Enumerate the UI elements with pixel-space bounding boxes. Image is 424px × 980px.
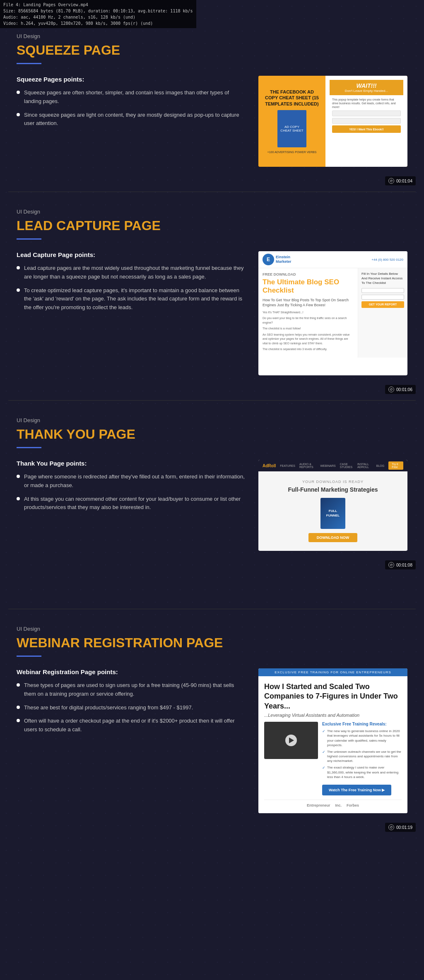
thankyou-title-underline	[17, 447, 41, 448]
bullet-dot	[17, 475, 20, 478]
einstein-icon: E	[263, 254, 274, 265]
lead-phone: +44 (0) 800 520 0120	[371, 258, 403, 262]
thankyou-book-cover: FULL FUNNEL	[320, 498, 345, 529]
file-info-line1: File 4: Landing Pages Overview.mp4	[3, 2, 193, 8]
lead-bullet-2: To create optimized lead capture pages, …	[17, 286, 246, 312]
lead-ui-label: UI Design	[17, 209, 407, 215]
lead-page-subtitle: How To Get Your Blog Posts To Top Spot O…	[263, 298, 354, 308]
webinar-brand-logos: Entrepreneur Inc. Forbes	[264, 800, 402, 807]
play-triangle-icon	[289, 737, 294, 743]
webinar-timer: ⏱ 00:01:19	[385, 823, 416, 832]
lead-email-input[interactable]	[361, 295, 404, 300]
thankyou-nav-logo: AdRoll	[263, 464, 276, 468]
lead-body: FREE DOWNLOAD The Ultimate Blog SEO Chec…	[258, 268, 407, 358]
squeeze-book-cover: AD COPY CHEAT SHEET	[277, 110, 306, 147]
squeeze-title: SQUEEZE PAGE	[17, 43, 407, 58]
squeeze-left-panel: THE FACEBOOK AD COPY CHEAT SHEET (15 TEM…	[258, 76, 325, 167]
squeeze-content: Squeeze Pages points: Squeeze pages are …	[17, 76, 407, 167]
webinar-reveals-title: Exclusive Free Training Reveals:	[322, 722, 402, 726]
squeeze-ui-label: UI Design	[17, 33, 407, 39]
file-info-line3: Audio: aac, 44100 Hz, 2 channels, s16, 1…	[3, 14, 193, 20]
webinar-main-title: How I Started and Scaled Two Companies t…	[264, 682, 402, 711]
webinar-text-column: Webinar Registration Page points: These …	[17, 668, 246, 739]
thankyou-image-column: AdRoll FEATURES AUDIO & REPORTS WEBINARS…	[258, 460, 407, 551]
thankyou-nav-cta[interactable]: Try it Free	[388, 461, 403, 470]
webinar-bullet-2: These are best for digital products/serv…	[17, 704, 246, 712]
webinar-logo-forbes: Forbes	[347, 803, 359, 807]
webinar-right-column: Exclusive Free Training Reveals: ✓ The n…	[322, 722, 402, 795]
bullet-dot	[17, 719, 20, 722]
webinar-cta-button[interactable]: Watch The Free Training Now ▶	[322, 785, 391, 795]
lead-para2: Do you want your blog to be the first th…	[263, 316, 354, 325]
timer-icon: ⏱	[388, 178, 394, 184]
thankyou-timer: ⏱ 00:01:08	[385, 560, 416, 569]
lead-name-input[interactable]	[361, 288, 404, 293]
bullet-dot	[17, 683, 20, 687]
webinar-play-button[interactable]	[285, 735, 297, 746]
lead-mockup: E EinsteinMarketer +44 (0) 800 520 0120 …	[258, 251, 407, 375]
lead-submit-btn[interactable]: GET YOUR REPORT	[361, 301, 404, 308]
webinar-points-title: Webinar Registration Page points:	[17, 668, 246, 675]
lead-bullet-1: Lead capture pages are the most widely u…	[17, 264, 246, 281]
squeeze-name-input[interactable]	[332, 110, 401, 116]
thankyou-mockup: AdRoll FEATURES AUDIO & REPORTS WEBINARS…	[258, 460, 407, 551]
squeeze-form-text: This popup template helps you create for…	[332, 98, 401, 109]
lead-sidebar-title: Fill In Your Details Below And Receive I…	[361, 271, 404, 286]
webinar-logo-entrepreneur: Entrepreneur	[307, 803, 330, 807]
check-icon: ✓	[322, 729, 325, 747]
thankyou-bullet-1: Page where someone is redirected after t…	[17, 473, 246, 490]
squeeze-text-column: Squeeze Pages points: Squeeze pages are …	[17, 76, 246, 133]
squeeze-section: UI Design SQUEEZE PAGE Squeeze Pages poi…	[0, 0, 424, 192]
webinar-body: How I Started and Scaled Two Companies t…	[258, 676, 407, 813]
lead-title: LEAD CAPTURE PAGE	[17, 218, 407, 233]
bullet-dot	[17, 266, 20, 269]
webinar-reveal-1: ✓ The new way to generate business onlin…	[322, 729, 402, 747]
webinar-top-text: EXCLUSIVE FREE TRAINING FOR ONLINE ENTRE…	[263, 670, 403, 674]
thankyou-nav-blog: BLOG	[376, 464, 384, 467]
timer-icon: ⏱	[388, 387, 394, 392]
bullet-dot	[17, 706, 20, 709]
squeeze-tagline: +100 ADVERTISING POWER VERBS	[263, 151, 320, 154]
check-icon: ✓	[322, 749, 325, 764]
timer-icon: ⏱	[388, 562, 394, 568]
squeeze-bullet-2: Since squeeze pages are light on content…	[17, 111, 246, 128]
thankyou-nav-cases: CASE STUDIES	[340, 463, 353, 468]
thankyou-section: UI Design THANK YOU PAGE Thank You Page …	[0, 401, 424, 576]
webinar-bullet-3: Often will have a order checkout page at…	[17, 717, 246, 734]
lead-title-underline	[17, 238, 41, 240]
file-info-line4: Video: h.264, yuv420p, 1280x720, 980 kb/…	[3, 20, 193, 26]
thankyou-nav-install: INSTALL ADROLL	[357, 463, 372, 468]
thankyou-points-title: Thank You Page points:	[17, 460, 246, 467]
squeeze-form-area: This popup template helps you create for…	[330, 95, 403, 163]
webinar-video-thumbnail[interactable]	[264, 722, 318, 759]
webinar-bullet-1: These types of pages are used to sign us…	[17, 681, 246, 699]
thankyou-text-column: Thank You Page points: Page where someon…	[17, 460, 246, 517]
bullet-dot	[17, 113, 20, 116]
thankyou-ready-text: YOUR DOWNLOAD IS READY	[267, 480, 399, 484]
gap-spacer	[0, 576, 424, 609]
lead-bullet-list: Lead capture pages are the most widely u…	[17, 264, 246, 312]
squeeze-bullet-list: Squeeze pages are often shorter, simpler…	[17, 89, 246, 128]
webinar-logo-inc: Inc.	[335, 803, 342, 807]
webinar-top-bar: EXCLUSIVE FREE TRAINING FOR ONLINE ENTRE…	[258, 668, 407, 676]
lead-timer: ⏱ 00:01:06	[385, 385, 416, 394]
lead-content: Lead Capture Page points: Lead capture p…	[17, 251, 407, 375]
squeeze-email-input[interactable]	[332, 118, 401, 124]
thankyou-nav-features: FEATURES	[280, 464, 295, 467]
lead-para5: The checklist is separated into 3 levels…	[263, 347, 354, 352]
squeeze-left-title: THE FACEBOOK AD COPY CHEAT SHEET (15 TEM…	[263, 89, 320, 107]
squeeze-submit-btn[interactable]: YES! I Want This Ebook!!	[332, 125, 401, 133]
timer-icon: ⏱	[388, 824, 394, 830]
squeeze-right-header: WAIT!!! Don't Leave Empty Handed...	[330, 80, 403, 95]
file-info-line2: Size: 85665684 bytes (81.70 MiB), durati…	[3, 8, 193, 14]
webinar-image-column: EXCLUSIVE FREE TRAINING FOR ONLINE ENTRE…	[258, 668, 407, 813]
bullet-dot	[17, 288, 20, 292]
webinar-mockup: EXCLUSIVE FREE TRAINING FOR ONLINE ENTRE…	[258, 668, 407, 813]
lead-points-title: Lead Capture Page points:	[17, 251, 246, 258]
thankyou-bullet-2: At this stage you can recommend other co…	[17, 495, 246, 512]
thankyou-download-btn[interactable]: DOWNLOAD NOW	[308, 533, 358, 542]
thankyou-nav-reports: AUDIO & REPORTS	[299, 463, 316, 468]
lead-page-title: The Ultimate Blog SEO Checklist	[263, 278, 354, 295]
lead-para4: An SEO learning system helps you remain …	[263, 333, 354, 346]
lead-para1: Yes It's THAT Straightforward...!	[263, 310, 354, 315]
